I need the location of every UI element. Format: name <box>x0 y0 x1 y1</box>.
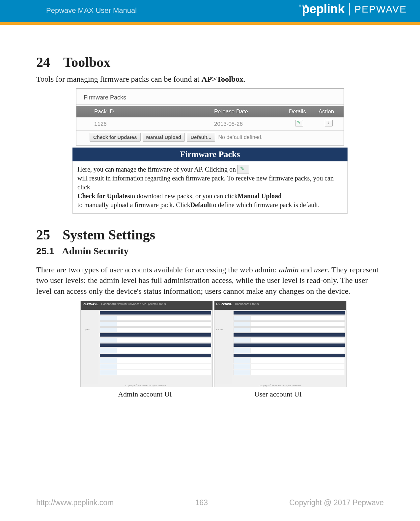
footer-page-number: 163 <box>195 498 208 507</box>
screenshot-captions: Admin account UI User account UI <box>79 390 348 398</box>
brand-separator-icon <box>349 3 350 15</box>
section-25-1-title: Admin Security <box>62 245 129 256</box>
ui-screenshots-row: PEPWAVE Dashboard Network Advanced AP Sy… <box>79 301 348 387</box>
col-details: Details <box>284 106 314 118</box>
admin-ui-screenshot: PEPWAVE Dashboard Network Advanced AP Sy… <box>80 301 213 387</box>
col-action: Action <box>314 106 344 118</box>
brand-block: peplink PEPWAVE <box>302 5 407 16</box>
info-title-bar: Firmware Packs <box>72 148 348 161</box>
fp-table: Pack ID Release Date Details Action 1126… <box>76 106 344 131</box>
info-box: Here, you can manage the firmware of you… <box>72 161 348 214</box>
details-icon[interactable] <box>295 120 303 126</box>
fp-panel-title: Firmware Packs <box>76 92 344 105</box>
inline-details-icon <box>237 165 249 174</box>
section-24-heading: 24Toolbox <box>36 54 384 70</box>
section-25-1-heading: 25.1Admin Security <box>36 245 384 257</box>
user-ui-screenshot: PEPWAVE Dashboard Status Logout <box>214 301 347 387</box>
section-24-intro: Tools for managing firmware packs can be… <box>36 75 384 84</box>
brand-peplink: peplink <box>302 2 345 16</box>
section-24-title: Toolbox <box>63 55 110 70</box>
firmware-packs-screenshot: Firmware Packs Pack ID Release Date Deta… <box>76 88 344 146</box>
cell-release-date: 2013-08-26 <box>210 118 284 131</box>
col-release-date: Release Date <box>210 106 284 118</box>
section-25-1-number: 25.1 <box>36 246 62 257</box>
footer-copyright: Copyright @ 2017 Pepwave <box>289 498 384 507</box>
cell-pack-id: 1126 <box>90 118 210 131</box>
table-row: 1126 2013-08-26 <box>76 118 344 131</box>
manual-title: Pepwave MAX User Manual <box>46 6 137 15</box>
caption-admin: Admin account UI <box>79 390 211 398</box>
section-25-number: 25 <box>36 227 63 243</box>
col-pack-id: Pack ID <box>90 106 210 118</box>
caption-user: User account UI <box>212 390 344 398</box>
section-25-title: System Settings <box>63 227 155 242</box>
section-24-number: 24 <box>36 54 63 70</box>
page-footer: http://www.peplink.com 163 Copyright @ 2… <box>0 498 420 507</box>
manual-upload-button[interactable]: Manual Upload <box>143 133 185 142</box>
brand-pepwave: PEPWAVE <box>354 4 407 15</box>
fp-toolbar: Check for Updates Manual Upload Default.… <box>76 131 344 142</box>
default-status: No default defined. <box>218 134 263 140</box>
download-icon[interactable] <box>325 120 333 126</box>
top-banner: Pepwave MAX User Manual peplink PEPWAVE <box>0 0 420 25</box>
admin-security-body: There are two types of user accounts ava… <box>36 264 384 296</box>
check-updates-button[interactable]: Check for Updates <box>90 133 141 142</box>
section-25-heading: 25System Settings <box>36 227 384 243</box>
brand-dots-icon <box>299 5 307 7</box>
footer-url[interactable]: http://www.peplink.com <box>36 498 114 507</box>
default-button[interactable]: Default... <box>187 133 215 142</box>
